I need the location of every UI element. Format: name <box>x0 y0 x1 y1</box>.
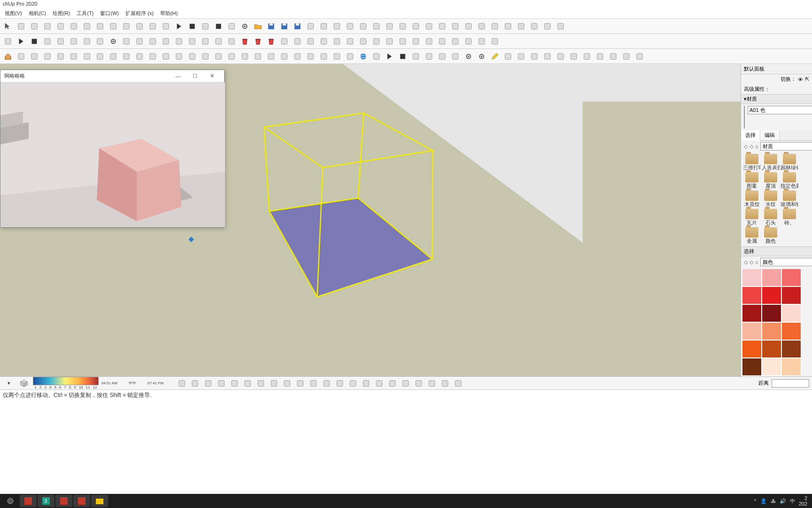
flag-y-button[interactable] <box>370 50 383 63</box>
orbit-button[interactable] <box>120 20 133 32</box>
cn-1-button[interactable] <box>462 35 475 48</box>
new-button[interactable] <box>304 20 317 32</box>
back-icon[interactable]: ◇ <box>744 143 748 150</box>
pan-button[interactable] <box>107 20 119 32</box>
gear-o-button[interactable] <box>462 50 475 63</box>
tray-up-icon[interactable]: ^ <box>754 498 756 504</box>
color-swatch-10[interactable] <box>762 322 781 340</box>
taskbar-explorer[interactable] <box>91 495 108 507</box>
contrast-button[interactable] <box>344 35 356 48</box>
menu-draw[interactable]: 绘图(R) <box>50 9 73 18</box>
render-preview-titlebar[interactable]: 啊略略略 — ☐ ✕ <box>0 70 224 82</box>
stack-button[interactable] <box>212 35 225 48</box>
dimension-button[interactable] <box>423 20 435 32</box>
minimize-button[interactable]: — <box>170 71 187 82</box>
cn-2-button[interactable] <box>476 35 488 48</box>
comp4-button[interactable] <box>307 377 320 389</box>
shadows-button[interactable] <box>94 35 106 48</box>
text-button[interactable] <box>436 20 448 32</box>
system-tray[interactable]: ^ 👤 🖧 🔊 中 2 202 <box>754 495 810 507</box>
save-button[interactable] <box>265 20 277 32</box>
x-red-button[interactable] <box>436 35 448 48</box>
equalizer-button[interactable] <box>120 50 133 63</box>
play2-button[interactable] <box>15 35 27 48</box>
save-as-button[interactable] <box>278 20 290 32</box>
color-swatch-11[interactable] <box>781 322 801 340</box>
tape-button[interactable] <box>476 20 488 32</box>
material-section-header[interactable]: ▾ 材质 <box>741 94 812 104</box>
menu-window[interactable]: 窗口(W) <box>97 9 122 18</box>
slides-button[interactable] <box>318 50 330 63</box>
bucket-button[interactable] <box>554 50 567 63</box>
component-button[interactable] <box>226 35 238 48</box>
settings-button[interactable] <box>239 20 251 32</box>
open-button[interactable] <box>252 20 264 32</box>
layer-up-button[interactable] <box>423 50 435 63</box>
grp4-button[interactable] <box>426 377 438 389</box>
protractor-button[interactable] <box>502 20 514 32</box>
offset-button[interactable] <box>397 20 409 32</box>
follow-me-button[interactable] <box>410 20 422 32</box>
grp2-button[interactable] <box>399 377 412 389</box>
color-swatch-16[interactable] <box>762 358 781 376</box>
walk-button[interactable] <box>147 20 159 32</box>
pencil-button[interactable] <box>489 50 501 63</box>
home-icon[interactable]: ⌂ <box>755 143 758 150</box>
axis3-button[interactable] <box>360 377 372 389</box>
status-cube-icon[interactable] <box>18 377 30 389</box>
slides2-button[interactable] <box>331 50 343 63</box>
play-o-button[interactable] <box>383 50 396 63</box>
color-swatch-14[interactable] <box>781 340 801 358</box>
lasso-button[interactable] <box>15 20 27 32</box>
record-stop-button[interactable] <box>212 20 225 32</box>
fwd-icon[interactable]: ◇ <box>750 143 753 150</box>
layer-dn-button[interactable] <box>436 50 448 63</box>
fog-button[interactable] <box>81 35 93 48</box>
paint2-button[interactable] <box>515 50 527 63</box>
exe-button[interactable] <box>239 50 251 63</box>
menu-tools[interactable]: 工具(T) <box>74 9 96 18</box>
tray-net-icon[interactable]: 🖧 <box>771 498 776 504</box>
trash-red-button[interactable] <box>239 35 251 48</box>
comp3-button[interactable] <box>294 377 306 389</box>
rectangle-button[interactable] <box>331 20 343 32</box>
material-folder-5[interactable]: 指定色彩 <box>781 172 798 190</box>
render-preview-window[interactable]: 啊略略略 — ☐ ✕ <box>0 70 225 228</box>
box-blu-button[interactable] <box>199 35 211 48</box>
axis4-button[interactable] <box>373 377 385 389</box>
gear2-button[interactable] <box>107 35 119 48</box>
snowflake-button[interactable] <box>304 35 317 48</box>
img-3-button[interactable] <box>291 50 304 63</box>
trash-gry-button[interactable] <box>265 35 277 48</box>
next-button[interactable] <box>55 35 67 48</box>
material-library-select[interactable] <box>760 142 812 151</box>
comp2-button[interactable] <box>281 377 293 389</box>
grp1-button[interactable] <box>386 377 398 389</box>
slides3-button[interactable] <box>344 50 356 63</box>
menu-extensions[interactable]: 扩展程序 (x) <box>123 9 156 18</box>
axis1-button[interactable] <box>334 377 346 389</box>
scene3-button[interactable] <box>226 50 238 63</box>
sync-button[interactable] <box>68 35 80 48</box>
layer-fit-button[interactable] <box>449 50 461 63</box>
material-folder-4[interactable]: 屋顶 <box>762 172 780 190</box>
back2-icon[interactable]: ◇ <box>744 259 748 265</box>
cube-wire-button[interactable] <box>176 377 188 389</box>
axis2-button[interactable] <box>347 377 359 389</box>
color-swatch-9[interactable] <box>742 322 762 340</box>
scale-button[interactable] <box>528 20 540 32</box>
img-stk-button[interactable] <box>304 50 317 63</box>
line-button[interactable] <box>318 20 330 32</box>
material-folder-10[interactable]: 石头 <box>762 209 780 226</box>
tab-edit[interactable]: 编辑 <box>760 130 780 140</box>
menu-view[interactable]: 视图(V) <box>2 9 25 18</box>
blue-sq-button[interactable] <box>357 35 369 48</box>
cube-back-button[interactable] <box>255 377 267 389</box>
material-name-input[interactable] <box>748 106 812 114</box>
close-button[interactable]: ✕ <box>203 71 220 82</box>
arc-button[interactable] <box>370 20 383 32</box>
color-swatch-5[interactable] <box>781 286 801 304</box>
home2-icon[interactable]: ⌂ <box>755 259 758 265</box>
eye-icon[interactable]: 👁 <box>798 77 803 82</box>
color-swatch-7[interactable] <box>762 304 781 322</box>
